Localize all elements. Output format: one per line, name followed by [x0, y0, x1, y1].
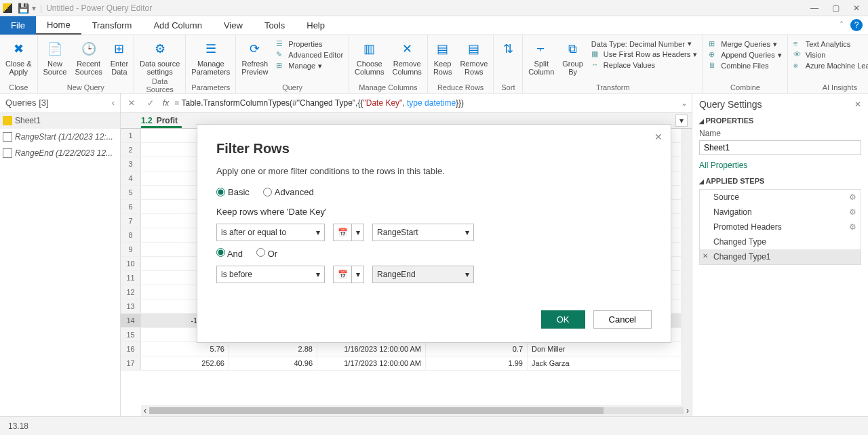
advanced-editor-button[interactable]: ✎Advanced Editor: [276, 50, 343, 60]
all-properties-link[interactable]: All Properties: [699, 161, 747, 170]
ribbon-collapse-icon[interactable]: ˄: [840, 20, 844, 30]
sort-button[interactable]: ⇅: [499, 38, 517, 58]
applied-step[interactable]: Promoted Headers⚙: [700, 220, 861, 234]
table-row[interactable]: 17252.6640.961/17/2023 12:00:00 AM1.99Ja…: [121, 356, 692, 371]
fx-icon[interactable]: fx: [163, 98, 169, 108]
cancel-button[interactable]: Cancel: [593, 310, 652, 329]
gear-icon[interactable]: ⚙: [849, 192, 856, 202]
table-row[interactable]: 165.762.881/16/2023 12:00:00 AM0.7Don Mi…: [121, 342, 692, 356]
close-apply-button[interactable]: ✖︎Close & Apply: [5, 38, 32, 76]
properties-icon: ☰: [276, 39, 285, 49]
group-close: Close: [5, 82, 32, 91]
formula-input[interactable]: = Table.TransformColumnTypes(#"Changed T…: [174, 98, 675, 108]
query-item-sheet1[interactable]: Sheet1: [0, 112, 120, 129]
radio-and[interactable]: [216, 248, 225, 257]
first-row-headers-button[interactable]: ▦Use First Row as Headers ▾: [591, 49, 697, 59]
accept-formula-icon[interactable]: ✓: [144, 98, 157, 108]
tab-view[interactable]: View: [213, 16, 254, 35]
close-settings-icon[interactable]: ✕: [854, 100, 861, 109]
value-type2-button[interactable]: 📅: [333, 266, 352, 283]
value-type1-button[interactable]: 📅: [333, 224, 352, 241]
radio-advanced[interactable]: [263, 188, 272, 196]
expand-formula-icon[interactable]: ⌄: [681, 98, 688, 108]
value2-select[interactable]: RangeEnd▾: [372, 266, 474, 283]
value1-select[interactable]: RangeStart▾: [372, 224, 474, 241]
recent-sources-button[interactable]: 🕒Recent Sources: [75, 38, 102, 76]
group-by-button[interactable]: ⧉Group By: [562, 38, 583, 76]
replace-values-button[interactable]: ↔Replace Values: [591, 60, 697, 70]
value-type1-dropdown[interactable]: ▾: [352, 224, 364, 241]
maximize-icon[interactable]: ▢: [832, 3, 840, 13]
close-icon[interactable]: ✕: [853, 3, 860, 13]
query-name-input[interactable]: [699, 140, 861, 155]
query-item-rangestart[interactable]: RangeStart (1/1/2023 12:...: [0, 129, 120, 145]
collapse-queries-icon[interactable]: ‹: [112, 98, 115, 108]
mode-advanced[interactable]: Advanced: [263, 187, 314, 197]
tab-transform[interactable]: Transform: [81, 16, 143, 35]
group-transform: Transform: [528, 82, 697, 91]
queries-pane: Queries [3] ‹ Sheet1 RangeStart (1/1/202…: [0, 94, 121, 416]
menu-bar: File Home Transform Add Column View Tool…: [0, 16, 868, 35]
dialog-description: Apply one or more filter conditions to t…: [216, 166, 652, 176]
logic-or[interactable]: Or: [256, 248, 277, 259]
scroll-left-icon[interactable]: ‹: [144, 406, 146, 415]
cancel-formula-icon[interactable]: ✕: [125, 98, 138, 108]
gear-icon[interactable]: ⚙: [849, 222, 856, 232]
merge-queries-button[interactable]: ⊞Merge Queries ▾: [709, 39, 782, 49]
value-type2-dropdown[interactable]: ▾: [352, 266, 364, 283]
operator1-select[interactable]: is after or equal to▾: [216, 224, 325, 241]
group-by-icon: ⧉: [564, 41, 582, 58]
group-sort: Sort: [499, 82, 517, 91]
new-source-button[interactable]: 📄New Source: [43, 38, 67, 76]
refresh-preview-button[interactable]: ⟳Refresh Preview: [241, 38, 268, 76]
mode-basic[interactable]: Basic: [216, 187, 250, 197]
logic-and[interactable]: And: [216, 248, 243, 259]
type-icon: 1.2: [141, 116, 153, 125]
save-icon[interactable]: 💾: [18, 3, 29, 14]
applied-step[interactable]: Changed Type: [700, 234, 861, 249]
gear-icon[interactable]: ⚙: [849, 207, 856, 217]
applied-step[interactable]: Navigation⚙: [700, 205, 861, 220]
azure-ml-button[interactable]: ⎈Azure Machine Learning: [793, 61, 868, 70]
data-type-button[interactable]: Data Type: Decimal Number ▾: [591, 39, 697, 48]
radio-or[interactable]: [256, 248, 265, 257]
manage-parameters-button[interactable]: ☰Manage Parameters: [191, 38, 230, 76]
minimize-icon[interactable]: —: [810, 3, 818, 13]
scroll-right-icon[interactable]: ›: [686, 406, 689, 415]
text-analytics-button[interactable]: ≡Text Analytics: [793, 39, 868, 49]
qat-dropdown[interactable]: ▾: [32, 3, 36, 13]
combine-files-button[interactable]: 🗎Combine Files: [709, 61, 782, 70]
group-reduce-rows: Reduce Rows: [433, 82, 488, 91]
tab-add-column[interactable]: Add Column: [142, 16, 213, 35]
query-item-rangeend[interactable]: RangeEnd (1/22/2023 12...: [0, 145, 120, 161]
app-logo-icon: [3, 3, 12, 13]
tab-home[interactable]: Home: [36, 16, 81, 35]
manage-button[interactable]: ⊞Manage ▾: [276, 61, 343, 70]
properties-button[interactable]: ☰Properties: [276, 39, 343, 49]
vertical-scrollbar[interactable]: [681, 129, 692, 405]
append-queries-button[interactable]: ⊕Append Queries ▾: [709, 50, 782, 60]
radio-basic[interactable]: [216, 188, 225, 196]
choose-columns-button[interactable]: ▥Choose Columns: [355, 38, 384, 76]
help-icon[interactable]: ?: [850, 19, 863, 31]
applied-step[interactable]: Changed Type1: [700, 249, 861, 264]
remove-rows-button[interactable]: ▤Remove Rows: [460, 38, 488, 76]
ok-button[interactable]: OK: [541, 310, 585, 329]
refresh-icon: ⟳: [246, 41, 264, 58]
tab-file[interactable]: File: [0, 16, 36, 35]
enter-data-button[interactable]: ⊞Enter Data: [111, 38, 128, 76]
column-filter-icon[interactable]: ▾: [675, 115, 688, 127]
vision-button[interactable]: 👁Vision: [793, 50, 868, 60]
applied-steps-section: APPLIED STEPS: [699, 177, 861, 185]
dialog-close-icon[interactable]: ✕: [654, 131, 663, 142]
operator2-select[interactable]: is before▾: [216, 266, 325, 283]
filter-rows-dialog: ✕ Filter Rows Apply one or more filter c…: [197, 124, 671, 343]
split-column-button[interactable]: ⫟Split Column: [528, 38, 554, 76]
remove-columns-button[interactable]: ✕Remove Columns: [392, 38, 421, 76]
data-source-settings-button[interactable]: ⚙Data source settings: [140, 38, 180, 76]
tab-help[interactable]: Help: [296, 16, 336, 35]
keep-rows-button[interactable]: ▤Keep Rows: [433, 38, 452, 76]
applied-step[interactable]: Source⚙: [700, 190, 861, 205]
horizontal-scrollbar[interactable]: ‹ ›: [141, 405, 692, 416]
tab-tools[interactable]: Tools: [254, 16, 296, 35]
